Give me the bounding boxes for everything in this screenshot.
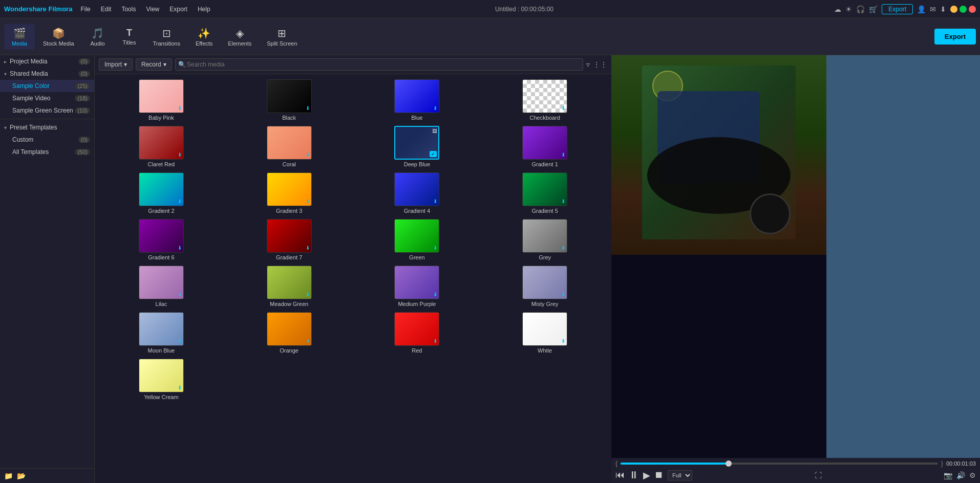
tool-media[interactable]: 🎬 Media (4, 24, 35, 50)
login-button[interactable]: Export (882, 4, 913, 14)
media-card-coral[interactable]: ⬇Coral (227, 125, 352, 168)
media-card-checkboard[interactable]: ⬇Checkboard (482, 78, 607, 122)
close-button[interactable] (969, 6, 976, 13)
media-card-orange[interactable]: ⬇Orange (227, 311, 352, 355)
time-display: 00:00:01:03 (946, 460, 976, 467)
media-card-name-meadow-green: Meadow Green (270, 301, 308, 307)
media-card-misty-grey[interactable]: ⬇Misty Grey (482, 265, 607, 308)
media-card-gradient-4[interactable]: ⬇Gradient 4 (355, 171, 480, 215)
media-card-claret-red[interactable]: ⬇Claret Red (99, 125, 224, 168)
sidebar-item-shared-media[interactable]: ▾ Shared Media (0) (0, 68, 94, 80)
media-card-baby-pink[interactable]: ⬇Baby Pink (99, 78, 224, 122)
screenshot-icon[interactable]: 📷 (944, 471, 952, 479)
menu-export[interactable]: Export (165, 5, 191, 14)
tool-stock-media[interactable]: 📦 Stock Media (36, 24, 81, 50)
media-thumb-black: ⬇ (267, 79, 312, 113)
transitions-icon: ⊡ (162, 27, 171, 39)
preview-controls: { } 00:00:01:03 ⏮ ⏸ ▶ ⏹ Full 1/2 1/4 ⛶ (611, 458, 980, 483)
media-card-gradient-3[interactable]: ⬇Gradient 3 (227, 171, 352, 215)
maximize-button[interactable] (960, 6, 967, 13)
media-card-yellow-cream[interactable]: ⬇Yellow Cream (99, 358, 224, 401)
message-icon[interactable]: ✉ (930, 5, 936, 13)
media-card-gradient-2[interactable]: ⬇Gradient 2 (99, 171, 224, 215)
tool-transitions[interactable]: ⊡ Transitions (146, 24, 187, 50)
sidebar-item-all-templates[interactable]: All Templates (50) (0, 146, 94, 158)
media-card-name-blue: Blue (411, 115, 422, 121)
media-card-white[interactable]: ⬇White (482, 311, 607, 355)
menu-view[interactable]: View (142, 5, 163, 14)
menu-tools[interactable]: Tools (117, 5, 140, 14)
tool-titles[interactable]: T Titles (114, 25, 145, 49)
media-card-black[interactable]: ⬇Black (227, 78, 352, 122)
record-button[interactable]: Record ▾ (136, 58, 172, 71)
media-card-lilac[interactable]: ⬇Lilac (99, 265, 224, 308)
menu-edit[interactable]: Edit (97, 5, 116, 14)
divider-1 (0, 119, 94, 119)
grid-view-icon[interactable]: ⋮⋮ (593, 60, 607, 69)
tool-elements[interactable]: ◈ Elements (221, 24, 259, 50)
menu-help[interactable]: Help (194, 5, 215, 14)
media-card-red[interactable]: ⬇Red (355, 311, 480, 355)
pause-button[interactable]: ⏸ (629, 469, 639, 481)
media-card-deep-blue[interactable]: ✓🖼Deep Blue (355, 125, 480, 168)
sidebar-item-preset-templates[interactable]: ▾ Preset Templates (0, 121, 94, 134)
chevron-down-icon: ▾ (4, 71, 7, 77)
preview-area (611, 55, 980, 458)
media-card-blue[interactable]: ⬇Blue (355, 78, 480, 122)
download-icon-white: ⬇ (561, 338, 565, 344)
bracket-left-icon[interactable]: { (615, 460, 617, 467)
settings-icon[interactable]: ⚙ (969, 471, 976, 479)
media-card-moon-blue[interactable]: ⬇Moon Blue (99, 311, 224, 355)
app-logo: Wondershare Filmora (4, 5, 72, 13)
prev-frame-button[interactable]: ⏮ (615, 470, 625, 480)
media-card-gradient-7[interactable]: ⬇Gradient 7 (227, 218, 352, 261)
export-button[interactable]: Export (934, 29, 976, 45)
tool-transitions-label: Transitions (153, 40, 180, 47)
sidebar-item-sample-video[interactable]: Sample Video (18) (0, 92, 94, 104)
media-card-grey[interactable]: ⬇Grey (482, 218, 607, 261)
account-icon[interactable]: 👤 (917, 5, 926, 13)
tool-split-screen[interactable]: ⊞ Split Screen (260, 24, 304, 50)
stop-button[interactable]: ⏹ (654, 470, 664, 480)
create-folder-icon[interactable]: 📂 (17, 472, 26, 480)
sidebar-item-project-media[interactable]: ▸ Project Media (0) (0, 55, 94, 68)
download-icon-black: ⬇ (306, 105, 310, 111)
media-card-gradient-5[interactable]: ⬇Gradient 5 (482, 171, 607, 215)
media-card-gradient-1[interactable]: ⬇Gradient 1 (482, 125, 607, 168)
media-card-green[interactable]: ⬇Green (355, 218, 480, 261)
sidebar-item-custom[interactable]: Custom (0) (0, 134, 94, 146)
tool-audio[interactable]: 🎵 Audio (82, 24, 113, 50)
tool-effects[interactable]: ✨ Effects (188, 24, 220, 50)
progress-bar[interactable] (621, 463, 938, 465)
download-icon-grey: ⬇ (561, 245, 565, 251)
media-card-name-yellow-cream: Yellow Cream (144, 394, 178, 400)
media-thumb-icon: 🖼 (432, 128, 437, 134)
sidebar-item-sample-green-screen[interactable]: Sample Green Screen (10) (0, 104, 94, 117)
fullscreen-icon[interactable]: ⛶ (815, 471, 822, 479)
quality-select[interactable]: Full 1/2 1/4 (668, 470, 692, 480)
filter-icon[interactable]: ▿ (586, 60, 590, 69)
audio-icon: 🎵 (91, 27, 104, 39)
volume-icon[interactable]: 🔊 (956, 471, 965, 479)
search-input[interactable] (175, 58, 583, 71)
play-button[interactable]: ▶ (643, 470, 650, 481)
cart-icon[interactable]: 🛒 (869, 5, 878, 13)
headset-icon[interactable]: 🎧 (856, 5, 865, 13)
download-icon-gradient-5: ⬇ (561, 199, 565, 204)
download-icon[interactable]: ⬇ (940, 5, 946, 13)
sidebar-item-sample-color[interactable]: Sample Color (25) (0, 80, 94, 92)
media-card-name-orange: Orange (280, 347, 299, 354)
brightness-icon[interactable]: ☀ (845, 5, 852, 13)
minimize-button[interactable] (950, 6, 957, 13)
menu-file[interactable]: File (76, 5, 94, 14)
media-card-medium-purple[interactable]: ⬇Medium Purple (355, 265, 480, 308)
add-folder-icon[interactable]: 📁 (4, 472, 13, 480)
cloud-icon[interactable]: ☁ (834, 5, 841, 13)
right-panel: { } 00:00:01:03 ⏮ ⏸ ▶ ⏹ Full 1/2 1/4 ⛶ (611, 55, 980, 483)
import-button[interactable]: Import ▾ (99, 58, 133, 71)
download-icon-green: ⬇ (433, 245, 437, 251)
bracket-right-icon[interactable]: } (941, 460, 943, 467)
media-card-gradient-6[interactable]: ⬇Gradient 6 (99, 218, 224, 261)
media-card-meadow-green[interactable]: ⬇Meadow Green (227, 265, 352, 308)
menu-bar: File Edit Tools View Export Help (76, 5, 214, 14)
